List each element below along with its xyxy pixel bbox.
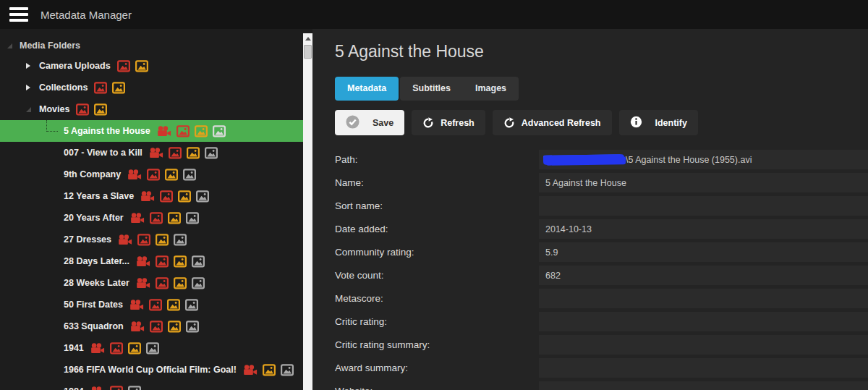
movie-camera-icon bbox=[136, 278, 150, 289]
field-label: Award summary: bbox=[335, 363, 539, 373]
top-app-bar: Metadata Manager bbox=[0, 0, 868, 29]
media-folder-tree: Media Folders Camera Uploads Collections… bbox=[0, 29, 303, 390]
action-buttons: Save Refresh Advanced Refresh Identify bbox=[335, 110, 868, 135]
gray-image-icon bbox=[196, 190, 209, 203]
tree-node-movie[interactable]: 20 Years After bbox=[0, 207, 303, 229]
tree-label: Movies bbox=[39, 104, 69, 114]
form-row-critic-rating-summary: Critic rating summary: bbox=[335, 335, 868, 355]
tree-label: 28 Weeks Later bbox=[64, 278, 129, 288]
tree-node-movie[interactable]: 1941 bbox=[0, 337, 303, 359]
orange-image-icon bbox=[112, 82, 125, 94]
advanced-refresh-button[interactable]: Advanced Refresh bbox=[493, 110, 612, 135]
red-image-icon bbox=[150, 321, 163, 333]
sidebar-scrollbar[interactable] bbox=[303, 33, 312, 390]
red-image-icon bbox=[76, 103, 89, 116]
expander-open-icon[interactable] bbox=[26, 107, 31, 112]
expander-closed-icon[interactable] bbox=[26, 85, 30, 90]
date-added-field[interactable] bbox=[539, 219, 868, 239]
tree-node-collections[interactable]: Collections bbox=[0, 77, 303, 98]
identify-button[interactable]: Identify bbox=[619, 110, 698, 135]
orange-image-icon bbox=[168, 321, 181, 333]
field-label: Name: bbox=[335, 177, 539, 188]
tree-label: 1966 FIFA World Cup Official Film: Goal! bbox=[64, 365, 237, 375]
tab-metadata[interactable]: Metadata bbox=[335, 77, 399, 101]
scrollbar-up-arrow-icon[interactable] bbox=[303, 33, 312, 43]
website-field[interactable] bbox=[539, 381, 868, 390]
refresh-icon bbox=[422, 117, 434, 129]
tree-node-movie[interactable]: 50 First Dates bbox=[0, 294, 303, 315]
gray-image-icon bbox=[281, 364, 294, 376]
expander-open-icon[interactable] bbox=[7, 43, 12, 48]
form-row-community-rating: Community rating: bbox=[335, 242, 868, 262]
form-row-critic-rating: Critic rating: bbox=[335, 312, 868, 331]
tree-node-movie[interactable]: 1984 bbox=[0, 381, 303, 390]
tab-subtitles[interactable]: Subtitles bbox=[400, 77, 463, 101]
tree-node-media-folders[interactable]: Media Folders bbox=[0, 36, 303, 55]
info-icon bbox=[630, 116, 649, 130]
tree-node-movie[interactable]: 007 - View to a Kill bbox=[0, 142, 303, 164]
name-field[interactable] bbox=[539, 173, 868, 192]
orange-image-icon bbox=[187, 147, 200, 159]
red-image-icon bbox=[150, 212, 163, 224]
path-field[interactable]: \5 Against the House (1955).avi bbox=[539, 150, 868, 169]
tree-node-movie[interactable]: 1966 FIFA World Cup Official Film: Goal! bbox=[0, 359, 303, 381]
tree-label: Collections bbox=[39, 82, 88, 93]
movie-camera-icon bbox=[243, 365, 258, 376]
movie-camera-icon bbox=[130, 321, 145, 332]
tree-label: 007 - View to a Kill bbox=[64, 148, 142, 158]
gray-image-icon bbox=[128, 386, 141, 390]
tree-label: 1984 bbox=[64, 386, 84, 390]
field-label: Vote count: bbox=[335, 270, 539, 281]
orange-image-icon bbox=[135, 60, 148, 72]
metadata-editor-panel: 5 Against the House Metadata Subtitles I… bbox=[313, 29, 868, 390]
form-row-sort-name: Sort name: bbox=[335, 196, 868, 216]
refresh-button[interactable]: Refresh bbox=[412, 110, 485, 135]
editor-tabs: Metadata Subtitles Images bbox=[335, 77, 868, 101]
expander-closed-icon[interactable] bbox=[26, 63, 30, 69]
tree-node-movie[interactable]: 12 Years a Slave bbox=[0, 185, 303, 207]
tree-label: 27 Dresses bbox=[64, 234, 111, 245]
tree-label: 50 First Dates bbox=[64, 300, 123, 310]
tab-group: Subtitles Images bbox=[400, 77, 519, 101]
tree-node-movie[interactable]: 27 Dresses bbox=[0, 229, 303, 250]
red-image-icon bbox=[117, 60, 130, 72]
form-row-vote-count: Vote count: bbox=[335, 266, 868, 285]
tab-images[interactable]: Images bbox=[463, 77, 519, 101]
gray-image-icon bbox=[186, 321, 199, 333]
gray-image-icon bbox=[185, 299, 198, 311]
gray-image-icon bbox=[192, 255, 205, 268]
metascore-field[interactable] bbox=[539, 289, 868, 308]
field-label: Date added: bbox=[335, 224, 539, 234]
movie-camera-icon bbox=[129, 300, 144, 310]
scrollbar-thumb[interactable] bbox=[304, 45, 312, 59]
tree-node-movie[interactable]: 633 Squadron bbox=[0, 315, 303, 337]
critic-rating-summary-field[interactable] bbox=[539, 335, 868, 355]
orange-image-icon bbox=[156, 234, 169, 246]
community-rating-field[interactable] bbox=[539, 242, 868, 262]
metadata-form: Path: \5 Against the House (1955).avi Na… bbox=[335, 150, 868, 390]
tree-node-movie[interactable]: 28 Days Later... bbox=[0, 250, 303, 272]
tree-node-movie[interactable]: 28 Weeks Later bbox=[0, 272, 303, 294]
menu-hamburger-icon[interactable] bbox=[9, 4, 28, 25]
vote-count-field[interactable] bbox=[539, 266, 868, 285]
tree-node-movies[interactable]: Movies bbox=[0, 98, 303, 120]
tree-node-movie-selected[interactable]: 5 Against the House bbox=[0, 120, 303, 142]
red-image-icon bbox=[110, 386, 123, 390]
sort-name-field[interactable] bbox=[539, 196, 868, 216]
movie-camera-icon bbox=[127, 169, 142, 180]
gray-image-icon bbox=[183, 169, 196, 181]
field-label: Path: bbox=[335, 154, 539, 165]
save-button[interactable]: Save bbox=[335, 110, 404, 135]
red-image-icon bbox=[147, 169, 160, 181]
orange-image-icon bbox=[94, 103, 107, 116]
field-label: Critic rating: bbox=[335, 316, 539, 327]
tree-node-camera-uploads[interactable]: Camera Uploads bbox=[0, 55, 303, 77]
tree-label: 1941 bbox=[64, 343, 84, 353]
media-tree-sidebar: Media Folders Camera Uploads Collections… bbox=[0, 29, 312, 390]
award-summary-field[interactable] bbox=[539, 358, 868, 378]
tree-node-movie[interactable]: 9th Company bbox=[0, 164, 303, 185]
tree-label: 5 Against the House bbox=[64, 126, 150, 136]
form-row-metascore: Metascore: bbox=[335, 289, 868, 308]
tree-label: 20 Years After bbox=[64, 213, 124, 223]
critic-rating-field[interactable] bbox=[539, 312, 868, 331]
